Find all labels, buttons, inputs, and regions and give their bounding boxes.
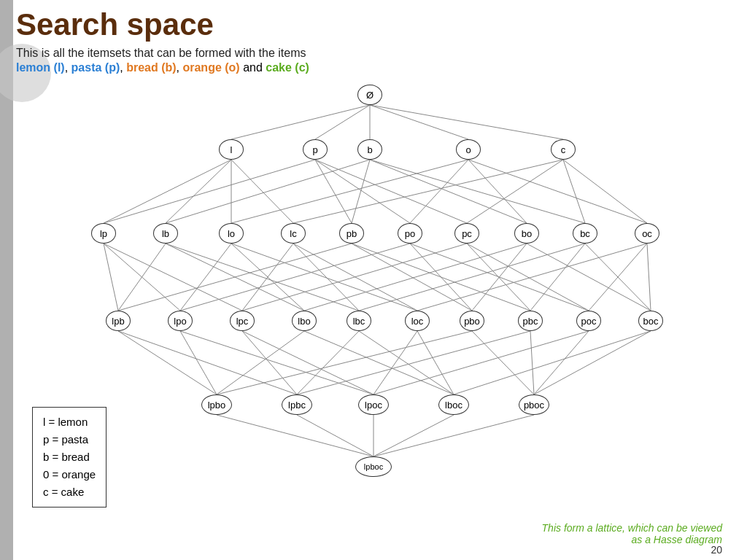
node-lpbc: lpbc <box>282 394 312 415</box>
svg-line-33 <box>231 244 417 311</box>
svg-line-63 <box>297 331 359 394</box>
svg-line-54 <box>647 244 651 311</box>
node-boc: boc <box>638 311 663 331</box>
node-lpo: lpo <box>168 311 193 331</box>
node-po: po <box>398 223 422 244</box>
item-orange: orange (o) <box>182 61 239 74</box>
item-pasta: pasta (p) <box>71 61 120 74</box>
svg-line-50 <box>530 244 585 311</box>
item-bread: bread (b) <box>126 61 176 74</box>
node-loc: loc <box>405 311 430 331</box>
svg-line-39 <box>352 244 530 311</box>
svg-line-31 <box>180 244 231 311</box>
svg-line-8 <box>231 160 293 223</box>
svg-line-6 <box>166 160 231 223</box>
svg-line-15 <box>370 160 527 223</box>
svg-line-57 <box>180 331 217 394</box>
svg-line-67 <box>217 331 472 394</box>
node-pb: pb <box>339 223 364 244</box>
svg-line-58 <box>180 331 374 394</box>
svg-line-70 <box>530 331 534 394</box>
svg-line-48 <box>527 244 651 311</box>
node-p: p <box>303 139 328 160</box>
svg-line-75 <box>217 415 374 456</box>
svg-line-0 <box>231 105 370 139</box>
node-lpbo: lpbo <box>201 394 232 415</box>
svg-line-11 <box>315 160 410 223</box>
svg-line-40 <box>180 244 410 311</box>
svg-line-18 <box>410 160 468 223</box>
svg-line-32 <box>231 244 304 311</box>
lattice-description: This form a lattice, which can be viewed… <box>542 522 722 545</box>
item-cake: cake (c) <box>266 61 309 74</box>
hasse-diagram: Ølpboclplblolcpbpopcbobcoclpblpolpclbolb… <box>23 80 716 489</box>
svg-line-64 <box>359 331 454 394</box>
svg-line-10 <box>315 160 352 223</box>
svg-line-71 <box>374 331 589 394</box>
node-empty: Ø <box>357 85 382 105</box>
svg-line-65 <box>374 331 417 394</box>
legend-p: p = pasta <box>43 431 96 448</box>
node-lboc: lboc <box>438 394 469 415</box>
svg-line-17 <box>231 160 468 223</box>
item-lemon: lemon (l) <box>16 61 65 74</box>
svg-line-26 <box>104 244 180 311</box>
svg-line-55 <box>118 331 217 394</box>
svg-line-19 <box>468 160 527 223</box>
svg-line-51 <box>585 244 651 311</box>
svg-line-66 <box>417 331 454 394</box>
lattice-text-line1: This form a lattice, which can be viewed <box>542 522 722 534</box>
svg-line-14 <box>352 160 370 223</box>
svg-line-47 <box>472 244 527 311</box>
svg-line-34 <box>242 244 293 311</box>
svg-line-72 <box>534 331 589 394</box>
node-b: b <box>357 139 382 160</box>
svg-line-69 <box>297 331 530 394</box>
svg-line-23 <box>563 160 585 223</box>
node-lo: lo <box>219 223 244 244</box>
svg-line-36 <box>293 244 417 311</box>
svg-line-27 <box>104 244 242 311</box>
legend-l: l = lemon <box>43 413 96 431</box>
svg-line-46 <box>304 244 527 311</box>
svg-line-28 <box>118 244 166 311</box>
node-oc: oc <box>635 223 659 244</box>
legend-c: c = cake <box>43 483 96 501</box>
svg-line-56 <box>118 331 297 394</box>
svg-line-73 <box>454 331 651 394</box>
svg-line-45 <box>467 244 589 311</box>
node-bo: bo <box>514 223 539 244</box>
svg-line-78 <box>374 415 454 456</box>
node-poc: poc <box>576 311 601 331</box>
svg-line-4 <box>370 105 563 139</box>
node-pboc: pboc <box>519 394 549 415</box>
node-o: o <box>456 139 481 160</box>
node-bc: bc <box>573 223 597 244</box>
svg-line-41 <box>410 244 472 311</box>
node-lpc: lpc <box>230 311 255 331</box>
svg-line-68 <box>472 331 534 394</box>
node-l: l <box>219 139 244 160</box>
svg-line-79 <box>374 415 534 456</box>
svg-line-76 <box>297 415 374 456</box>
svg-line-74 <box>534 331 651 394</box>
svg-line-62 <box>304 331 454 394</box>
node-c: c <box>551 139 576 160</box>
svg-line-12 <box>315 160 467 223</box>
node-lpoc: lpoc <box>358 394 389 415</box>
node-lbc: lbc <box>347 311 371 331</box>
svg-line-42 <box>410 244 589 311</box>
svg-line-3 <box>370 105 468 139</box>
svg-line-38 <box>352 244 472 311</box>
node-lpb: lpb <box>106 311 131 331</box>
items-line: lemon (l), pasta (p), bread (b), orange … <box>16 61 744 74</box>
svg-line-1 <box>315 105 370 139</box>
svg-line-25 <box>104 244 118 311</box>
svg-line-29 <box>166 244 304 311</box>
svg-line-13 <box>166 160 370 223</box>
main-content: Search space This is all the itemsets th… <box>16 7 744 560</box>
svg-line-59 <box>242 331 297 394</box>
svg-line-37 <box>118 244 352 311</box>
node-pbc: pbc <box>518 311 543 331</box>
svg-line-30 <box>166 244 359 311</box>
